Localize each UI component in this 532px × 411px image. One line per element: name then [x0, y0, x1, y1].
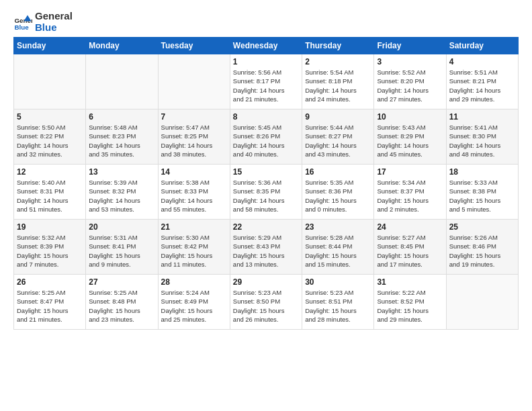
calendar-cell: 20Sunrise: 5:31 AM Sunset: 8:41 PM Dayli…	[86, 220, 158, 275]
calendar-header: Sunday Monday Tuesday Wednesday Thursday…	[14, 38, 519, 54]
day-number: 28	[161, 277, 227, 287]
day-info: Sunrise: 5:48 AM Sunset: 8:23 PM Dayligh…	[89, 123, 154, 158]
day-number: 13	[89, 167, 154, 177]
calendar-cell: 19Sunrise: 5:32 AM Sunset: 8:39 PM Dayli…	[14, 220, 86, 275]
col-tuesday: Tuesday	[158, 38, 230, 54]
day-number: 9	[305, 112, 371, 122]
calendar-cell: 12Sunrise: 5:40 AM Sunset: 8:31 PM Dayli…	[14, 165, 86, 220]
day-number: 24	[377, 222, 443, 232]
day-info: Sunrise: 5:40 AM Sunset: 8:31 PM Dayligh…	[17, 178, 83, 214]
day-number: 18	[449, 167, 515, 177]
calendar-cell: 23Sunrise: 5:28 AM Sunset: 8:44 PM Dayli…	[302, 220, 374, 275]
calendar-cell: 13Sunrise: 5:39 AM Sunset: 8:32 PM Dayli…	[86, 165, 158, 220]
logo-text-general: General	[35, 11, 73, 22]
calendar-cell: 10Sunrise: 5:43 AM Sunset: 8:29 PM Dayli…	[374, 109, 446, 165]
day-info: Sunrise: 5:30 AM Sunset: 8:42 PM Dayligh…	[161, 233, 227, 269]
calendar-cell	[446, 275, 518, 330]
calendar-cell: 25Sunrise: 5:26 AM Sunset: 8:46 PM Dayli…	[446, 220, 518, 275]
day-info: Sunrise: 5:27 AM Sunset: 8:45 PM Dayligh…	[377, 233, 443, 269]
day-info: Sunrise: 5:26 AM Sunset: 8:46 PM Dayligh…	[449, 233, 515, 269]
calendar-cell: 29Sunrise: 5:23 AM Sunset: 8:50 PM Dayli…	[230, 275, 302, 330]
day-info: Sunrise: 5:33 AM Sunset: 8:38 PM Dayligh…	[449, 178, 515, 214]
week-row-5: 26Sunrise: 5:25 AM Sunset: 8:47 PM Dayli…	[14, 275, 519, 330]
day-info: Sunrise: 5:36 AM Sunset: 8:35 PM Dayligh…	[233, 178, 299, 214]
col-saturday: Saturday	[446, 38, 518, 54]
day-info: Sunrise: 5:35 AM Sunset: 8:36 PM Dayligh…	[305, 178, 371, 214]
calendar-cell: 15Sunrise: 5:36 AM Sunset: 8:35 PM Dayli…	[230, 165, 302, 220]
calendar-cell: 17Sunrise: 5:34 AM Sunset: 8:37 PM Dayli…	[374, 165, 446, 220]
calendar-table: Sunday Monday Tuesday Wednesday Thursday…	[13, 37, 519, 330]
calendar-cell: 26Sunrise: 5:25 AM Sunset: 8:47 PM Dayli…	[14, 275, 86, 330]
day-info: Sunrise: 5:52 AM Sunset: 8:20 PM Dayligh…	[377, 68, 443, 103]
day-number: 2	[305, 57, 371, 66]
day-info: Sunrise: 5:45 AM Sunset: 8:26 PM Dayligh…	[233, 123, 299, 158]
header-row: Sunday Monday Tuesday Wednesday Thursday…	[14, 38, 519, 54]
day-number: 17	[377, 167, 443, 177]
day-info: Sunrise: 5:23 AM Sunset: 8:51 PM Dayligh…	[305, 288, 371, 324]
day-number: 6	[89, 112, 154, 122]
logo-icon: General Blue	[13, 13, 32, 32]
day-info: Sunrise: 5:31 AM Sunset: 8:41 PM Dayligh…	[89, 233, 154, 269]
calendar-cell: 30Sunrise: 5:23 AM Sunset: 8:51 PM Dayli…	[302, 275, 374, 330]
col-wednesday: Wednesday	[230, 38, 302, 54]
day-info: Sunrise: 5:50 AM Sunset: 8:22 PM Dayligh…	[17, 123, 83, 158]
week-row-4: 19Sunrise: 5:32 AM Sunset: 8:39 PM Dayli…	[14, 220, 519, 275]
day-number: 30	[305, 277, 371, 287]
day-number: 19	[17, 222, 83, 232]
day-info: Sunrise: 5:28 AM Sunset: 8:44 PM Dayligh…	[305, 233, 371, 269]
calendar-cell: 8Sunrise: 5:45 AM Sunset: 8:26 PM Daylig…	[230, 109, 302, 165]
calendar-cell	[86, 54, 158, 109]
day-number: 14	[161, 167, 227, 177]
calendar-cell: 21Sunrise: 5:30 AM Sunset: 8:42 PM Dayli…	[158, 220, 230, 275]
day-info: Sunrise: 5:25 AM Sunset: 8:48 PM Dayligh…	[89, 288, 154, 324]
day-number: 1	[233, 57, 299, 66]
calendar-cell: 31Sunrise: 5:22 AM Sunset: 8:52 PM Dayli…	[374, 275, 446, 330]
day-info: Sunrise: 5:47 AM Sunset: 8:25 PM Dayligh…	[161, 123, 227, 158]
day-number: 22	[233, 222, 299, 232]
calendar-cell: 22Sunrise: 5:29 AM Sunset: 8:43 PM Dayli…	[230, 220, 302, 275]
day-number: 31	[377, 277, 443, 287]
day-info: Sunrise: 5:54 AM Sunset: 8:18 PM Dayligh…	[305, 68, 371, 103]
day-info: Sunrise: 5:43 AM Sunset: 8:29 PM Dayligh…	[377, 123, 443, 158]
day-info: Sunrise: 5:32 AM Sunset: 8:39 PM Dayligh…	[17, 233, 83, 269]
calendar-cell: 4Sunrise: 5:51 AM Sunset: 8:21 PM Daylig…	[446, 54, 518, 109]
calendar-cell: 11Sunrise: 5:41 AM Sunset: 8:30 PM Dayli…	[446, 109, 518, 165]
day-info: Sunrise: 5:38 AM Sunset: 8:33 PM Dayligh…	[161, 178, 227, 214]
day-number: 23	[305, 222, 371, 232]
day-number: 15	[233, 167, 299, 177]
calendar-cell: 5Sunrise: 5:50 AM Sunset: 8:22 PM Daylig…	[14, 109, 86, 165]
day-number: 27	[89, 277, 154, 287]
day-info: Sunrise: 5:23 AM Sunset: 8:50 PM Dayligh…	[233, 288, 299, 324]
svg-text:Blue: Blue	[14, 24, 29, 31]
day-number: 29	[233, 277, 299, 287]
day-number: 8	[233, 112, 299, 122]
calendar-cell: 24Sunrise: 5:27 AM Sunset: 8:45 PM Dayli…	[374, 220, 446, 275]
col-friday: Friday	[374, 38, 446, 54]
day-number: 11	[449, 112, 515, 122]
calendar-cell: 28Sunrise: 5:24 AM Sunset: 8:49 PM Dayli…	[158, 275, 230, 330]
week-row-2: 5Sunrise: 5:50 AM Sunset: 8:22 PM Daylig…	[14, 109, 519, 165]
calendar-cell: 27Sunrise: 5:25 AM Sunset: 8:48 PM Dayli…	[86, 275, 158, 330]
day-info: Sunrise: 5:44 AM Sunset: 8:27 PM Dayligh…	[305, 123, 371, 158]
calendar-cell: 3Sunrise: 5:52 AM Sunset: 8:20 PM Daylig…	[374, 54, 446, 109]
calendar-cell: 14Sunrise: 5:38 AM Sunset: 8:33 PM Dayli…	[158, 165, 230, 220]
calendar-cell: 16Sunrise: 5:35 AM Sunset: 8:36 PM Dayli…	[302, 165, 374, 220]
day-info: Sunrise: 5:56 AM Sunset: 8:17 PM Dayligh…	[233, 68, 299, 103]
page: General Blue General Blue Sunday Monday …	[0, 0, 532, 336]
calendar-cell: 2Sunrise: 5:54 AM Sunset: 8:18 PM Daylig…	[302, 54, 374, 109]
logo: General Blue General Blue	[13, 11, 73, 33]
calendar-cell: 1Sunrise: 5:56 AM Sunset: 8:17 PM Daylig…	[230, 54, 302, 109]
day-number: 12	[17, 167, 83, 177]
day-number: 5	[17, 112, 83, 122]
day-number: 16	[305, 167, 371, 177]
day-number: 4	[449, 57, 515, 66]
day-info: Sunrise: 5:22 AM Sunset: 8:52 PM Dayligh…	[377, 288, 443, 324]
day-info: Sunrise: 5:39 AM Sunset: 8:32 PM Dayligh…	[89, 178, 154, 214]
day-number: 10	[377, 112, 443, 122]
day-number: 7	[161, 112, 227, 122]
day-number: 21	[161, 222, 227, 232]
day-number: 25	[449, 222, 515, 232]
day-info: Sunrise: 5:25 AM Sunset: 8:47 PM Dayligh…	[17, 288, 83, 324]
calendar-cell: 7Sunrise: 5:47 AM Sunset: 8:25 PM Daylig…	[158, 109, 230, 165]
calendar-cell	[14, 54, 86, 109]
